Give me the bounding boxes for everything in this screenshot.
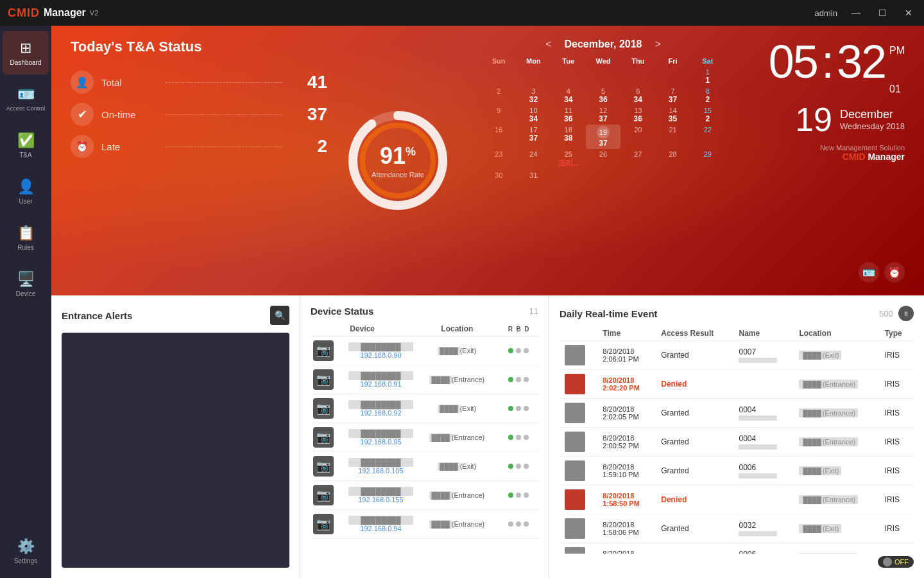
device-table-row: 📷 ████████ 192.168.0.94 ████(Entrance) bbox=[311, 510, 538, 539]
event-table-row: 8/20/20182:02:05 PM Granted 0004 ████(En… bbox=[560, 399, 914, 428]
cal-header-tue: Tue bbox=[551, 55, 586, 67]
event-col-photo bbox=[560, 326, 597, 341]
logo-manager: Manager bbox=[44, 7, 86, 19]
entrance-alerts-title: Entrance Alerts bbox=[62, 310, 132, 321]
device-icon: 📷 bbox=[313, 398, 334, 419]
device-location-cell: ████(Entrance) bbox=[416, 365, 499, 394]
clock-date-detail: December Wednesday 2018 bbox=[840, 108, 905, 131]
cal-cell: 1336 bbox=[620, 105, 655, 125]
event-location: ████(Exit) bbox=[799, 524, 841, 533]
device-status-cell bbox=[499, 394, 538, 423]
event-table-wrapper: Time Access Result Name Location Type 8/… bbox=[560, 326, 914, 554]
cal-cell: 25크리... bbox=[551, 149, 586, 170]
ta-section: Today's T&A Status 👤 Total 41 ✔ On-time … bbox=[71, 39, 327, 283]
event-location: ████(Entrance) bbox=[799, 437, 858, 446]
event-location: ████(Entrance) bbox=[799, 553, 858, 554]
minimize-button[interactable]: — bbox=[848, 6, 864, 19]
device-status-cell bbox=[499, 423, 538, 452]
sidebar-label-access-control: Access Control bbox=[6, 105, 46, 112]
device-table-wrapper: Device Location R B D 📷 ████████ 192.168… bbox=[311, 322, 538, 568]
event-photo bbox=[565, 489, 585, 510]
clock-ampm: PM bbox=[889, 45, 905, 57]
cal-title: December, 2018 bbox=[565, 39, 642, 50]
cal-cell: 536 bbox=[586, 86, 620, 105]
device-col-device: Device bbox=[346, 322, 415, 337]
device-name: ████████ bbox=[348, 458, 413, 467]
cal-next-button[interactable]: > bbox=[654, 39, 660, 50]
dashboard-icon: ⊞ bbox=[20, 40, 31, 57]
event-name-cell: 0006 bbox=[733, 457, 794, 486]
sidebar-item-dashboard[interactable]: ⊞ Dashboard bbox=[3, 31, 49, 74]
sidebar-label-device: Device bbox=[16, 290, 36, 297]
sidebar-item-settings[interactable]: ⚙️ Settings bbox=[3, 529, 49, 573]
event-name-blur bbox=[739, 531, 777, 536]
device-table-row: 📷 ████████ 192.168.0.155 ████(Entrance) bbox=[311, 481, 538, 510]
sidebar-item-access-control[interactable]: 🪪 Access Control bbox=[3, 77, 49, 121]
device-table-row: 📷 ████████ 192.168.0.91 ████(Entrance) bbox=[311, 365, 538, 394]
device-ip: 192.168.0.105 bbox=[348, 467, 413, 475]
status-dot-0 bbox=[508, 521, 513, 527]
device-location: ████(Exit) bbox=[418, 462, 497, 470]
device-location: ████(Entrance) bbox=[418, 434, 497, 441]
cal-cell: 9 bbox=[481, 105, 516, 125]
donut-percent: 91% bbox=[372, 143, 424, 170]
entrance-alerts-search-button[interactable]: 🔍 bbox=[270, 306, 289, 325]
event-name: 0006 bbox=[739, 550, 756, 554]
cal-cell bbox=[586, 170, 620, 180]
sidebar-item-tna[interactable]: ✅ T&A bbox=[3, 123, 49, 167]
sidebar-item-device[interactable]: 🖥️ Device bbox=[3, 262, 49, 306]
device-status-cell bbox=[499, 452, 538, 481]
sidebar-item-user[interactable]: 👤 User bbox=[3, 170, 49, 213]
cal-cell: 24 bbox=[516, 149, 551, 170]
device-location-cell: ████(Entrance) bbox=[416, 481, 499, 510]
restore-button[interactable]: ☐ bbox=[875, 6, 891, 19]
donut-section: 91% Attendance Rate bbox=[327, 39, 468, 283]
cal-prev-button[interactable]: < bbox=[545, 39, 551, 50]
device-ip: 192.168.0.92 bbox=[348, 409, 413, 417]
device-icon: 📷 bbox=[313, 485, 334, 505]
clock-day-number: 19 bbox=[795, 100, 832, 139]
event-table-row: 8/20/20181:58:50 PM Denied ████(Entrance… bbox=[560, 486, 914, 514]
event-location-cell: ████(Entrance) bbox=[794, 486, 879, 514]
cal-cell: 31 bbox=[516, 170, 551, 180]
cal-cell: 1034 bbox=[516, 105, 551, 125]
device-status-cell bbox=[499, 337, 538, 365]
device-status-title: Device Status bbox=[311, 306, 373, 317]
event-table-row: 8/20/20181:59:10 PM Granted 0006 ████(Ex… bbox=[560, 457, 914, 486]
event-table-row: 8/20/2018... Granted 0006 ████(Entrance)… bbox=[560, 543, 914, 554]
event-name-cell: 0007 bbox=[733, 341, 794, 370]
event-result-cell: Granted bbox=[656, 543, 733, 554]
event-result: Granted bbox=[661, 351, 689, 360]
event-time-cell: 8/20/20182:02:20 PM bbox=[597, 370, 656, 399]
clock-minute: 32 bbox=[837, 39, 886, 85]
toggle-off-button[interactable]: OFF bbox=[878, 556, 914, 568]
event-result-cell: Granted bbox=[656, 514, 733, 543]
event-location-cell: ████(Exit) bbox=[794, 457, 879, 486]
event-location: ████(Entrance) bbox=[799, 408, 858, 417]
event-type: IRIS bbox=[885, 524, 900, 533]
card-icon-button[interactable]: 🪪 bbox=[859, 262, 879, 283]
pause-button[interactable]: ⏸ bbox=[898, 306, 914, 321]
device-icon-cell: 📷 bbox=[311, 481, 346, 510]
device-name: ████████ bbox=[348, 429, 413, 438]
device-icon-cell: 📷 bbox=[311, 510, 346, 539]
event-type: IRIS bbox=[885, 495, 900, 504]
event-time: 8/20/20182:02:05 PM bbox=[603, 405, 651, 421]
event-name-blur bbox=[739, 473, 777, 478]
alerts-content-area bbox=[62, 333, 289, 568]
sidebar-item-rules[interactable]: 📋 Rules bbox=[3, 216, 49, 259]
event-time-cell: 8/20/20182:06:01 PM bbox=[597, 341, 656, 370]
close-button[interactable]: ✕ bbox=[901, 6, 916, 19]
device-col-rbd: R B D bbox=[499, 322, 538, 337]
event-type: IRIS bbox=[885, 437, 900, 446]
cal-header-thu: Thu bbox=[620, 55, 655, 67]
content-area: Today's T&A Status 👤 Total 41 ✔ On-time … bbox=[51, 26, 924, 578]
stat-total: 👤 Total 41 bbox=[71, 71, 327, 94]
status-dot-2 bbox=[524, 493, 529, 498]
cal-header-sun: Sun bbox=[481, 55, 516, 67]
status-dot-0 bbox=[508, 348, 513, 353]
cal-cell: 28 bbox=[655, 149, 690, 170]
device-location: ████(Entrance) bbox=[418, 376, 497, 383]
event-type: IRIS bbox=[885, 380, 900, 389]
clock-icon-button[interactable]: ⏰ bbox=[884, 262, 905, 283]
